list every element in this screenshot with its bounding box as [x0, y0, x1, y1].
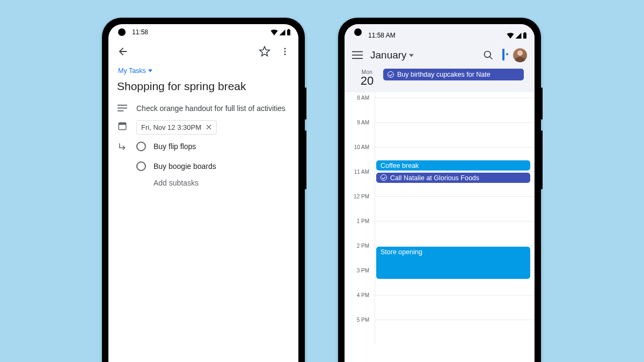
- status-icons: [270, 29, 291, 35]
- task-description-row[interactable]: Check orange handout for full list of ac…: [117, 100, 290, 117]
- month-dropdown[interactable]: January: [370, 49, 414, 61]
- svg-rect-9: [119, 123, 126, 125]
- task-description-text: Check orange handout for full list of ac…: [136, 104, 286, 114]
- more-vert-icon: [280, 46, 290, 57]
- status-time: 11:58: [132, 28, 148, 36]
- task-list-dropdown[interactable]: My Tasks: [118, 67, 152, 75]
- event-column[interactable]: Coffee breakCall Natalie at Glorious Foo…: [375, 92, 535, 344]
- subtask-checkbox[interactable]: [136, 161, 146, 171]
- today-icon: [502, 49, 504, 61]
- status-bar: 11:58 AM: [352, 27, 527, 43]
- hamburger-icon: [352, 51, 363, 60]
- task-check-icon: [380, 174, 387, 181]
- phone-tasks: 11:58 My Tasks: [102, 18, 305, 362]
- task-title[interactable]: Shopping for spring break: [117, 80, 290, 93]
- subtask-label: Buy flip flops: [153, 142, 196, 151]
- svg-point-3: [284, 51, 286, 53]
- calendar-event-chip[interactable]: Store opening: [376, 247, 530, 279]
- subtask-label: Buy boogie boards: [153, 162, 216, 171]
- svg-rect-6: [118, 108, 127, 109]
- day-grid[interactable]: 8 AM9 AM10 AM11 AM12 PM1 PM2 PM3 PM4 PM5…: [345, 92, 535, 344]
- day-number: 20: [352, 74, 382, 88]
- hour-label: 8 AM: [357, 95, 369, 101]
- svg-rect-16: [352, 58, 363, 59]
- status-bar: 11:58: [108, 24, 298, 40]
- event-label: Call Natalie at Glorious Foods: [390, 174, 479, 182]
- status-time: 11:58 AM: [368, 32, 396, 39]
- subtasks-list: Buy boogie boards Add subtasks: [117, 157, 290, 187]
- hour-label: 2 PM: [357, 243, 369, 249]
- svg-rect-7: [118, 110, 123, 112]
- svg-rect-15: [352, 55, 363, 56]
- svg-rect-0: [287, 29, 290, 35]
- star-button[interactable]: [259, 46, 270, 57]
- add-subtask-button[interactable]: Add subtasks: [136, 179, 290, 187]
- svg-point-4: [284, 54, 286, 55]
- search-icon: [483, 50, 494, 61]
- calendar-icon: [118, 121, 127, 131]
- task-list-name: My Tasks: [118, 67, 146, 75]
- hour-gridline: [375, 246, 535, 246]
- hour-label: 9 AM: [357, 120, 369, 125]
- svg-rect-5: [118, 105, 127, 106]
- calendar-screen: 11:58 AM January: [345, 24, 535, 362]
- caret-down-icon: [409, 53, 414, 58]
- hour-label: 3 PM: [357, 268, 369, 274]
- phone-calendar: 11:58 AM January: [338, 18, 541, 362]
- caret-down-icon: [148, 69, 152, 73]
- allday-task-label: Buy birthday cupcakes for Nate: [397, 71, 491, 78]
- svg-rect-11: [123, 122, 125, 123]
- hour-gridline: [375, 196, 535, 197]
- calendar-topbar: January: [352, 43, 527, 67]
- hour-gridline: [375, 122, 535, 123]
- task-content: My Tasks Shopping for spring break Check…: [108, 62, 298, 187]
- calendar-header: 11:58 AM January: [345, 24, 535, 92]
- hour-gridline: [375, 147, 535, 147]
- calendar-task-chip[interactable]: Call Natalie at Glorious Foods: [376, 173, 530, 183]
- allday-events: Buy birthday cupcakes for Nate: [382, 67, 527, 92]
- subtasks-header-row: Buy flip flops: [117, 138, 290, 155]
- subtask-item[interactable]: Buy boogie boards: [136, 157, 290, 175]
- tasks-screen: 11:58 My Tasks: [108, 24, 298, 362]
- overflow-menu-button[interactable]: [280, 46, 290, 57]
- subtask-arrow-icon: [118, 142, 127, 152]
- event-label: Coffee break: [380, 162, 419, 169]
- svg-rect-14: [352, 51, 363, 53]
- hour-label: 12 PM: [354, 194, 369, 200]
- calendar-event-chip[interactable]: Coffee break: [376, 160, 530, 171]
- hour-gridline: [375, 295, 535, 295]
- close-icon[interactable]: [206, 124, 212, 130]
- svg-rect-12: [523, 33, 526, 39]
- wifi-icon: [270, 29, 278, 35]
- subtask-item[interactable]: Buy flip flops: [136, 142, 196, 151]
- task-check-icon: [387, 71, 394, 78]
- hour-label: 10 AM: [354, 144, 369, 150]
- hour-gridline: [375, 221, 535, 221]
- menu-button[interactable]: [352, 51, 363, 60]
- allday-task-chip[interactable]: Buy birthday cupcakes for Nate: [383, 69, 524, 80]
- subtask-checkbox[interactable]: [136, 142, 146, 151]
- hour-label: 11 AM: [354, 169, 369, 175]
- allday-row: Mon 20 Buy birthday cupcakes for Nate: [352, 67, 527, 92]
- task-date-text: Fri, Nov 12 3:30PM: [141, 123, 201, 131]
- date-column[interactable]: Mon 20: [352, 67, 382, 92]
- wifi-icon: [507, 33, 514, 39]
- event-label: Store opening: [380, 248, 422, 256]
- search-button[interactable]: [483, 50, 494, 61]
- today-button[interactable]: [502, 50, 504, 60]
- back-arrow-icon: [117, 46, 129, 57]
- task-titlebar: [108, 40, 298, 62]
- status-icons: [507, 32, 527, 39]
- notes-icon: [118, 105, 127, 112]
- hour-labels-column: 8 AM9 AM10 AM11 AM12 PM1 PM2 PM3 PM4 PM5…: [345, 92, 375, 344]
- cell-signal-icon: [515, 33, 522, 39]
- task-date-chip[interactable]: Fri, Nov 12 3:30PM: [136, 120, 217, 135]
- hour-gridline: [375, 98, 535, 98]
- account-avatar[interactable]: [513, 48, 527, 62]
- back-button[interactable]: [117, 46, 129, 57]
- hour-label: 1 PM: [357, 218, 369, 224]
- hour-label: 4 PM: [357, 292, 369, 298]
- hour-gridline: [375, 172, 535, 172]
- svg-point-2: [284, 48, 286, 49]
- svg-rect-1: [288, 29, 289, 30]
